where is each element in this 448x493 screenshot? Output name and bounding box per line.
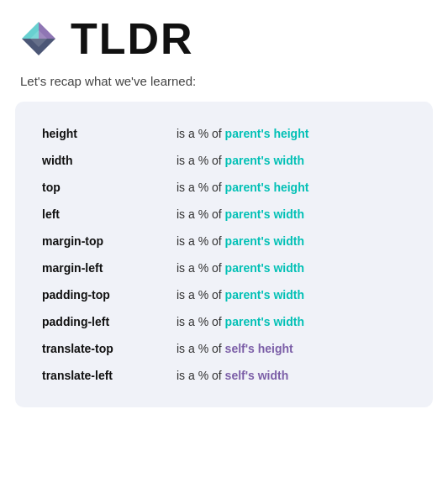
- desc-prefix: is a % of: [177, 288, 225, 302]
- desc-value: parent's width: [225, 207, 304, 221]
- desc-value: parent's width: [225, 261, 304, 275]
- property-name: top: [39, 174, 173, 201]
- property-name: left: [39, 201, 173, 228]
- property-name: height: [39, 120, 173, 147]
- desc-value: self's width: [225, 369, 289, 382]
- property-name: width: [39, 147, 173, 174]
- property-name: margin-top: [39, 228, 173, 254]
- table-row: margin-leftis a % of parent's width: [39, 254, 409, 281]
- desc-prefix: is a % of: [177, 181, 225, 194]
- desc-value: parent's height: [225, 181, 309, 194]
- desc-prefix: is a % of: [177, 369, 225, 382]
- table-row: margin-topis a % of parent's width: [39, 228, 409, 254]
- table-row: leftis a % of parent's width: [39, 201, 409, 228]
- property-name: padding-left: [39, 308, 173, 335]
- property-description: is a % of parent's width: [173, 228, 409, 254]
- property-description: is a % of parent's height: [173, 174, 409, 201]
- property-description: is a % of parent's width: [173, 254, 409, 281]
- summary-card: heightis a % of parent's heightwidthis a…: [15, 102, 433, 407]
- property-name: translate-top: [39, 335, 173, 362]
- desc-prefix: is a % of: [177, 154, 225, 167]
- page-header: TLDR: [0, 0, 448, 74]
- subtitle-text: Let's recap what we've learned:: [0, 74, 448, 102]
- logo-icon: [20, 20, 57, 57]
- desc-value: parent's width: [225, 315, 304, 328]
- desc-value: parent's width: [225, 154, 304, 167]
- property-description: is a % of parent's width: [173, 201, 409, 228]
- desc-value: parent's height: [225, 127, 309, 140]
- table-row: heightis a % of parent's height: [39, 120, 409, 147]
- property-description: is a % of parent's width: [173, 281, 409, 308]
- desc-value: self's height: [225, 342, 293, 355]
- table-row: translate-topis a % of self's height: [39, 335, 409, 362]
- property-name: padding-top: [39, 281, 173, 308]
- property-name: margin-left: [39, 254, 173, 281]
- desc-value: parent's width: [225, 234, 304, 248]
- desc-value: parent's width: [225, 288, 304, 302]
- table-row: translate-leftis a % of self's width: [39, 362, 409, 389]
- desc-prefix: is a % of: [177, 342, 225, 355]
- table-row: padding-topis a % of parent's width: [39, 281, 409, 308]
- desc-prefix: is a % of: [177, 207, 225, 221]
- property-description: is a % of parent's height: [173, 120, 409, 147]
- properties-table: heightis a % of parent's heightwidthis a…: [39, 120, 409, 389]
- property-name: translate-left: [39, 362, 173, 389]
- table-row: widthis a % of parent's width: [39, 147, 409, 174]
- desc-prefix: is a % of: [177, 234, 225, 248]
- page-title: TLDR: [71, 17, 194, 60]
- desc-prefix: is a % of: [177, 127, 225, 140]
- property-description: is a % of self's height: [173, 335, 409, 362]
- desc-prefix: is a % of: [177, 315, 225, 328]
- desc-prefix: is a % of: [177, 261, 225, 275]
- property-description: is a % of parent's width: [173, 147, 409, 174]
- table-row: padding-leftis a % of parent's width: [39, 308, 409, 335]
- property-description: is a % of parent's width: [173, 308, 409, 335]
- table-row: topis a % of parent's height: [39, 174, 409, 201]
- property-description: is a % of self's width: [173, 362, 409, 389]
